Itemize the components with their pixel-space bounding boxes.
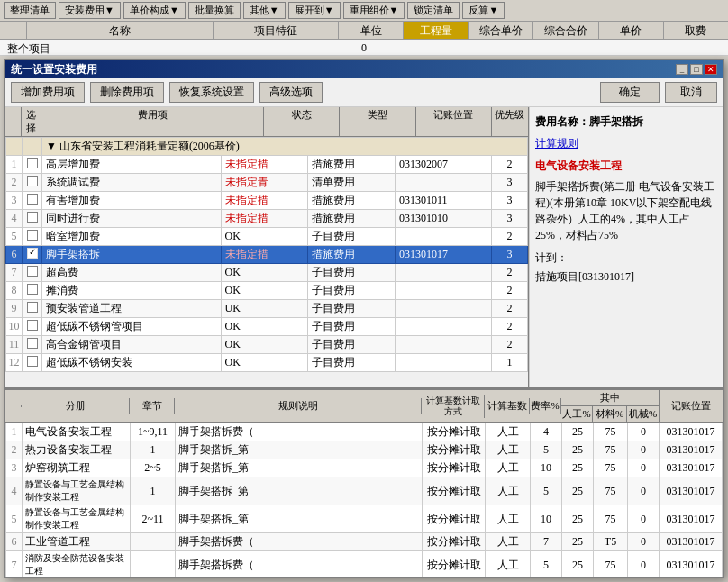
install-fee-btn[interactable]: 安装费用▼ [59, 2, 121, 19]
table-row[interactable]: 2 系统调试费 未指定青 清单费用 3 [6, 174, 528, 192]
checkbox-6[interactable]: ✓ [27, 248, 38, 259]
table-row[interactable]: 1 高层增加费 未指定措 措施费用 031302007 2 [6, 156, 528, 174]
restore-btn[interactable]: 恢复系统设置 [169, 82, 254, 103]
th-calc-method: 计算基数计取方式 [422, 395, 485, 418]
expand-btn[interactable]: 展开到▼ [288, 2, 341, 19]
dialog-toolbar: 增加费用项 删除费用项 恢复系统设置 高级选项 确定 取消 [5, 78, 723, 107]
table-row[interactable]: 4 静置设备与工艺金属结构制作安装工程 1 脚手架搭拆_第 按分摊计取 人工 5… [6, 477, 723, 505]
th-chapter: 章节 [130, 398, 175, 414]
checkbox-12[interactable] [27, 356, 38, 367]
col-composite-total: 综合合价 [533, 22, 598, 39]
calc-btn[interactable]: 反算▼ [462, 2, 505, 19]
dialog-maximize[interactable]: □ [690, 64, 703, 75]
table-row[interactable]: 3 有害增加费 未指定措 措施费用 031301011 3 [6, 192, 528, 210]
upper-table-body: ▼ 山东省安装工程消耗量定额(2006基价) 1 高层增加费 未指定措 措施费用 [5, 137, 528, 387]
checkbox-8[interactable] [27, 284, 38, 295]
checkbox-2[interactable] [27, 176, 38, 186]
table-row[interactable]: 7 超高费 OK 子目费用 2 [6, 264, 528, 282]
table-row[interactable]: 9 预安装管道工程 UK 子目费用 2 [6, 300, 528, 318]
th-status: 状态 [264, 107, 340, 136]
engineering-title: 电气设备安装工程 [535, 157, 717, 175]
th-zhongqi: 其中 [561, 390, 659, 406]
table-row: ▼ 山东省安装工程消耗量定额(2006基价) [6, 138, 528, 156]
col-feature: 项目特征 [214, 22, 339, 39]
group-label: ▼ 山东省安装工程消耗量定额(2006基价) [46, 140, 240, 152]
col-name: 名称 [27, 22, 214, 39]
project-row: 整个项目 0 [0, 40, 728, 56]
table-row[interactable]: 7 消防及安全防范设备安装工程 脚手架搭拆费（ 按分摊计取 人工 5 25 75… [6, 551, 723, 577]
table-row[interactable]: 11 高合金钢管项目 OK 子目费用 2 [6, 336, 528, 354]
checkbox-10[interactable] [27, 320, 38, 331]
table-row[interactable]: 12 超低碳不锈钢安装 OK 子目费用 1 [6, 354, 528, 372]
th-account: 记账位置 [660, 398, 723, 414]
add-fee-btn[interactable]: 增加费用项 [11, 82, 85, 103]
th-location: 记账位置 [416, 107, 492, 136]
other-btn[interactable]: 其他▼ [243, 2, 286, 19]
lower-section: 分册 章节 规则说明 计算基数计取方式 计算基数 费率% 其中 人工% 材料% … [5, 387, 723, 577]
checkbox-7[interactable] [27, 266, 38, 277]
checkbox-5[interactable] [27, 230, 38, 241]
checkbox-3[interactable] [27, 194, 38, 205]
col-unit: 单位 [339, 22, 404, 39]
checkbox-11[interactable] [27, 338, 38, 349]
th-rule: 规则说明 [175, 398, 422, 414]
table-row[interactable]: 6 工业管道工程 脚手架搭拆费（ 按分摊计取 人工 7 25 T5 0 0313… [6, 533, 723, 551]
organize-btn[interactable]: 整理清单 [4, 2, 56, 19]
calc-rules-label: 计算规则 [535, 134, 717, 152]
calc-to-label: 计到： [535, 249, 717, 267]
th-rate: 费率% [530, 398, 561, 414]
lock-btn[interactable]: 锁定清单 [407, 2, 460, 19]
table-row[interactable]: 6 ✓ 脚手架搭拆 未指定措 措施费用 031301017 3 [6, 246, 528, 264]
th-labor: 人工% [561, 406, 593, 422]
delete-fee-btn[interactable]: 删除费用项 [90, 82, 164, 103]
dialog-titlebar: 统一设置安装费用 _ □ ✕ [5, 60, 723, 78]
dialog-window: 统一设置安装费用 _ □ ✕ 增加费用项 删除费用项 恢复系统设置 高级选项 确… [4, 59, 724, 578]
checkbox-9[interactable] [27, 302, 38, 313]
dialog-content: 选择 费用项 状态 类型 记账位置 优先级 [5, 107, 723, 577]
table-row[interactable]: 10 超低碳不锈钢管项目 OK 子目费用 2 [6, 318, 528, 336]
ok-btn[interactable]: 确定 [600, 82, 660, 103]
th-rownum [5, 107, 22, 136]
th-machine: 机械% [627, 406, 659, 422]
col-headers: 名称 项目特征 单位 工程量 综合单价 综合合价 单价 取费 [0, 22, 728, 40]
upper-table-area: 选择 费用项 状态 类型 记账位置 优先级 [5, 107, 529, 387]
table-row[interactable]: 3 炉窑砌筑工程 2~5 脚手架搭拆_第 按分摊计取 人工 10 25 75 0… [6, 459, 723, 477]
th-check: 选择 [22, 107, 41, 136]
checkbox-4[interactable] [27, 212, 38, 223]
th-priority: 优先级 [492, 107, 528, 136]
th-material: 材料% [593, 406, 627, 422]
toolbar: 整理清单 安装费用▼ 单价构成▼ 批量换算 其他▼ 展开到▼ 重用组价▼ 锁定清… [0, 0, 728, 22]
table-row[interactable]: 5 暗室增加费 OK 子目费用 2 [6, 228, 528, 246]
table-row[interactable]: 5 静置设备与工艺金属结构制作安装工程 2~11 脚手架搭拆_第 按分摊计取 人… [6, 505, 723, 533]
col-engineering: 工程量 [404, 22, 469, 39]
table-row[interactable]: 2 热力设备安装工程 1 脚手架搭拆_第 按分摊计取 人工 5 25 75 0 … [6, 441, 723, 459]
col-take: 取费 [664, 22, 728, 39]
th-册: 分册 [22, 398, 130, 414]
fee-name-label: 费用名称：脚手架搭拆 [535, 113, 717, 131]
lower-table-body: 1 电气设备安装工程 1~9,11 脚手架搭拆费（ 按分摊计取 人工 4 25 … [5, 423, 723, 577]
dialog-title: 统一设置安装费用 [11, 62, 97, 77]
th-base: 计算基数 [485, 398, 530, 414]
cancel-btn[interactable]: 取消 [665, 82, 717, 103]
reuse-btn[interactable]: 重用组价▼ [343, 2, 405, 19]
table-row[interactable]: 8 摊消费 OK 子目费用 2 [6, 282, 528, 300]
checkbox-1[interactable] [27, 158, 38, 168]
dialog-minimize[interactable]: _ [676, 64, 688, 75]
th-type: 类型 [340, 107, 415, 136]
col-unit-price: 单价 [599, 22, 664, 39]
advanced-btn[interactable]: 高级选项 [259, 82, 323, 103]
fee-description: 脚手架搭拆费(第二册 电气设备安装工程)(本册第10章 10KV以下架空配电线路… [535, 178, 717, 243]
right-info-panel: 费用名称：脚手架搭拆 计算规则 电气设备安装工程 脚手架搭拆费(第二册 电气设备… [529, 107, 723, 387]
batch-btn[interactable]: 批量换算 [188, 2, 241, 19]
col-composite-unit: 综合单价 [469, 22, 533, 39]
table-row[interactable]: 1 电气设备安装工程 1~9,11 脚手架搭拆费（ 按分摊计取 人工 4 25 … [6, 423, 723, 441]
table-row[interactable]: 4 同时进行费 未指定措 措施费用 031301010 3 [6, 210, 528, 228]
th-feeyong: 费用项 [41, 107, 264, 136]
unit-price-btn[interactable]: 单价构成▼ [123, 2, 186, 19]
item-label: 措施项目[031301017] [535, 268, 717, 286]
dialog-close[interactable]: ✕ [705, 64, 717, 75]
